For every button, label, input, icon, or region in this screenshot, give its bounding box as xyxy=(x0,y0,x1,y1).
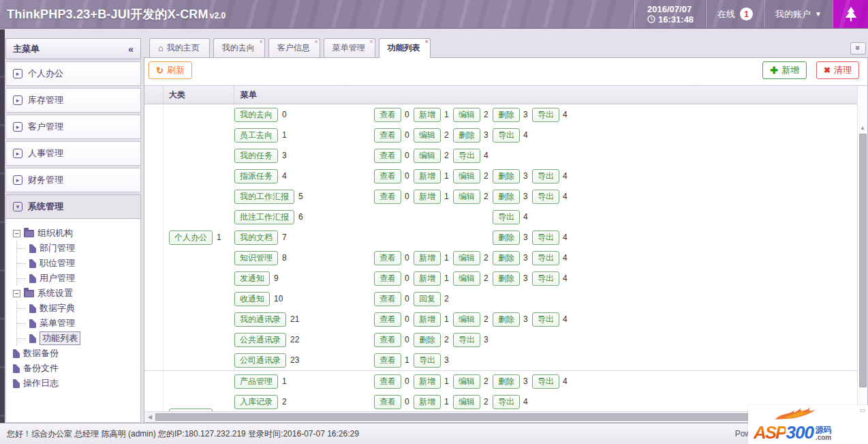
menu-button[interactable]: 员工去向 xyxy=(234,128,278,143)
add-button[interactable]: 新增 xyxy=(414,169,441,183)
sidebar-collapse-icon[interactable]: « xyxy=(128,44,134,55)
menu-button[interactable]: 公共通讯录 xyxy=(234,333,286,347)
theme-switch-button[interactable] xyxy=(833,0,868,28)
edit-button[interactable]: 编辑 xyxy=(414,149,441,163)
delete-button[interactable]: 删除 xyxy=(493,312,520,327)
delete-button[interactable]: 删除 xyxy=(453,128,480,143)
account-menu[interactable]: 我的账户 ▼ xyxy=(764,0,833,28)
add-button[interactable]: ✚ 新增 xyxy=(762,61,807,79)
export-button[interactable]: 导出 xyxy=(493,395,520,409)
tree-item-数据字典[interactable]: 数据字典 xyxy=(17,301,138,316)
edit-button[interactable]: 编辑 xyxy=(453,169,480,183)
tree-item-操作日志[interactable]: 操作日志 xyxy=(13,376,138,391)
sidebar-item-财务管理[interactable]: ▸财务管理 xyxy=(5,168,141,192)
export-button[interactable]: 导出 xyxy=(453,149,480,163)
online-users-menu[interactable]: 在线 1 xyxy=(706,0,764,28)
tree-collapse-toggle[interactable] xyxy=(13,290,20,297)
close-icon[interactable]: × xyxy=(425,39,429,45)
menu-button[interactable]: 我的任务 xyxy=(234,149,278,163)
menu-button[interactable]: 我的去向 xyxy=(234,108,278,122)
export-button[interactable]: 导出 xyxy=(532,271,559,286)
tree-item-功能列表[interactable]: 功能列表 xyxy=(17,331,138,346)
view-button[interactable]: 查看 xyxy=(374,251,401,265)
scroll-left-icon[interactable]: ◀ xyxy=(146,414,154,420)
view-button[interactable]: 查看 xyxy=(374,108,401,122)
sidebar-item-人事管理[interactable]: ▸人事管理 xyxy=(5,141,141,166)
view-button[interactable]: 查看 xyxy=(374,271,401,286)
view-button[interactable]: 查看 xyxy=(374,169,401,183)
menu-button[interactable]: 知识管理 xyxy=(234,251,278,265)
edit-button[interactable]: 编辑 xyxy=(453,312,480,327)
scroll-up-icon[interactable]: ▲ xyxy=(860,125,865,132)
tree-item-用户管理[interactable]: 用户管理 xyxy=(17,271,138,286)
edit-button[interactable]: 编辑 xyxy=(453,251,480,265)
tab-overflow-button[interactable]: » xyxy=(850,42,866,55)
tree-item-系统设置[interactable]: 系统设置 xyxy=(13,286,138,301)
close-icon[interactable]: × xyxy=(260,39,263,45)
edit-button[interactable]: 编辑 xyxy=(453,271,480,286)
tree-item-职位管理[interactable]: 职位管理 xyxy=(17,256,138,271)
menu-button[interactable]: 我的通讯录 xyxy=(234,312,286,327)
delete-button[interactable]: 删除 xyxy=(493,374,520,389)
sidebar-item-客户管理[interactable]: ▸客户管理 xyxy=(5,115,141,139)
tab-客户信息[interactable]: 客户信息× xyxy=(268,38,320,57)
horizontal-scroll-thumb[interactable] xyxy=(155,413,846,421)
menu-button[interactable]: 我的工作汇报 xyxy=(234,190,294,204)
add-button[interactable]: 新增 xyxy=(414,251,441,265)
view-button[interactable]: 查看 xyxy=(374,149,401,163)
add-button[interactable]: 新增 xyxy=(414,190,441,204)
delete-button[interactable]: 删除 xyxy=(414,333,441,347)
tree-item-数据备份[interactable]: 数据备份 xyxy=(13,346,138,361)
view-button[interactable]: 查看 xyxy=(374,190,401,204)
vertical-scrollbar[interactable]: ▲ xyxy=(857,86,867,422)
vertical-scroll-thumb[interactable] xyxy=(859,134,867,387)
export-button[interactable]: 导出 xyxy=(532,312,559,327)
view-button[interactable]: 查看 xyxy=(374,353,401,368)
export-button[interactable]: 导出 xyxy=(532,108,559,122)
export-button[interactable]: 导出 xyxy=(493,210,520,224)
tab-我的主页[interactable]: ⌂我的主页 xyxy=(149,38,210,57)
export-button[interactable]: 导出 xyxy=(414,353,441,368)
sidebar-item-库存管理[interactable]: ▸库存管理 xyxy=(5,88,141,113)
delete-button[interactable]: 删除 xyxy=(493,251,520,265)
add-button[interactable]: 新增 xyxy=(414,108,441,122)
export-button[interactable]: 导出 xyxy=(532,251,559,265)
add-button[interactable]: 新增 xyxy=(414,271,441,286)
add-button[interactable]: 新增 xyxy=(414,312,441,327)
sidebar-item-个人办公[interactable]: ▸个人办公 xyxy=(5,61,141,86)
tab-功能列表[interactable]: 功能列表× xyxy=(379,38,431,58)
view-button[interactable]: 查看 xyxy=(374,312,401,327)
export-button[interactable]: 导出 xyxy=(532,374,559,389)
view-button[interactable]: 查看 xyxy=(374,128,401,143)
edit-button[interactable]: 编辑 xyxy=(453,374,480,389)
delete-button[interactable]: 删除 xyxy=(493,108,520,122)
refresh-button[interactable]: ↻ 刷新 xyxy=(149,61,192,79)
clean-button[interactable]: ✖ 清理 xyxy=(816,61,859,79)
category-button[interactable]: 个人办公 xyxy=(169,231,213,245)
view-button[interactable]: 查看 xyxy=(374,333,401,347)
menu-button[interactable]: 批注工作汇报 xyxy=(234,210,294,224)
view-button[interactable]: 查看 xyxy=(374,292,401,306)
edit-button[interactable]: 编辑 xyxy=(414,128,441,143)
edit-button[interactable]: 编辑 xyxy=(453,395,480,409)
tab-我的去向[interactable]: 我的去向× xyxy=(213,38,265,57)
tree-collapse-toggle[interactable] xyxy=(13,230,20,237)
reply-button[interactable]: 回复 xyxy=(414,292,441,306)
menu-button[interactable]: 发通知 xyxy=(234,271,270,286)
tab-菜单管理[interactable]: 菜单管理× xyxy=(324,38,375,57)
close-icon[interactable]: × xyxy=(370,39,373,45)
export-button[interactable]: 导出 xyxy=(532,190,559,204)
delete-button[interactable]: 删除 xyxy=(493,271,520,286)
tree-item-组织机构[interactable]: 组织机构 xyxy=(13,226,138,241)
view-button[interactable]: 查看 xyxy=(374,374,401,389)
menu-button[interactable]: 公司通讯录 xyxy=(234,353,286,368)
menu-button[interactable]: 指派任务 xyxy=(234,169,278,183)
export-button[interactable]: 导出 xyxy=(453,333,480,347)
tree-item-菜单管理[interactable]: 菜单管理 xyxy=(17,316,138,331)
edit-button[interactable]: 编辑 xyxy=(453,190,480,204)
tree-item-部门管理[interactable]: 部门管理 xyxy=(17,241,138,256)
sidebar-item-系统管理[interactable]: ▾系统管理 xyxy=(5,194,141,219)
menu-button[interactable]: 收通知 xyxy=(234,292,270,306)
tree-item-备份文件[interactable]: 备份文件 xyxy=(13,361,138,376)
edit-button[interactable]: 编辑 xyxy=(453,108,480,122)
